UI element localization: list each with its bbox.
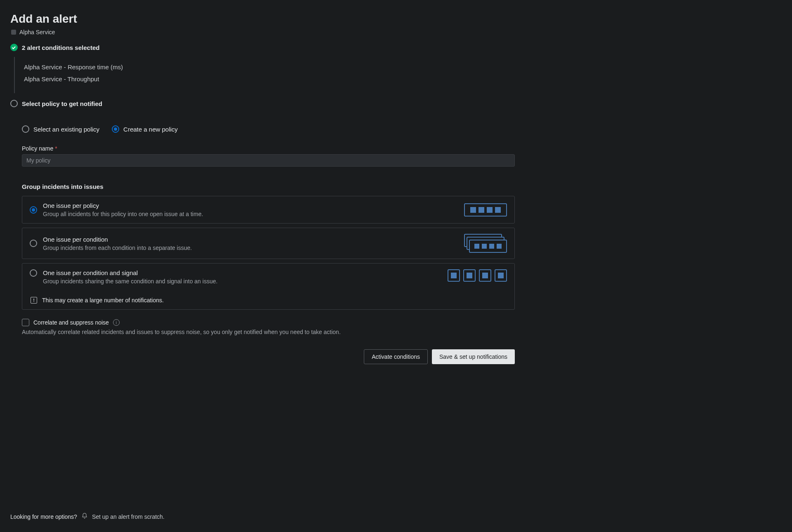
radio-existing-policy[interactable]: Select an existing policy <box>22 125 99 133</box>
step-policy-label: Select policy to get notified <box>22 100 102 107</box>
warning-row: ! This may create a large number of noti… <box>30 297 507 304</box>
bell-icon <box>81 513 88 520</box>
option-title: One issue per condition <box>43 236 458 243</box>
activate-conditions-button[interactable]: Activate conditions <box>364 349 428 364</box>
radio-label: Select an existing policy <box>33 126 99 133</box>
breadcrumb: Alpha Service <box>11 29 782 35</box>
correlate-desc: Automatically correlate related incident… <box>22 329 515 335</box>
grouping-option-per-condition[interactable]: One issue per condition Group incidents … <box>22 228 515 259</box>
footer-prompt: Looking for more options? <box>10 513 77 520</box>
radio-label: Create a new policy <box>123 126 178 133</box>
radio-icon <box>30 269 37 277</box>
empty-circle-icon <box>10 100 18 107</box>
correlate-block: Correlate and suppress noise i Automatic… <box>22 319 515 335</box>
step-conditions-label: 2 alert conditions selected <box>22 44 99 51</box>
option-title: One issue per policy <box>43 202 458 209</box>
step-policy[interactable]: Select policy to get notified <box>10 100 782 107</box>
single-issue-icon <box>464 203 507 217</box>
footer: Looking for more options? Set up an aler… <box>10 513 165 520</box>
page-title: Add an alert <box>10 12 782 26</box>
radio-icon <box>22 125 29 133</box>
radio-icon <box>30 240 37 247</box>
policy-name-input[interactable] <box>22 154 515 167</box>
stacked-issues-icon <box>464 234 507 253</box>
option-desc: Group incidents sharing the same conditi… <box>43 278 442 285</box>
conditions-list: Alpha Service - Response time (ms) Alpha… <box>14 57 782 93</box>
grouping-option-per-policy[interactable]: One issue per policy Group all incidents… <box>22 196 515 224</box>
grouping-option-per-signal[interactable]: One issue per condition and signal Group… <box>22 263 515 310</box>
save-notifications-button[interactable]: Save & set up notifications <box>432 349 515 364</box>
policy-mode-radios: Select an existing policy Create a new p… <box>22 125 782 133</box>
warning-icon: ! <box>31 297 37 304</box>
option-title: One issue per condition and signal <box>43 269 442 276</box>
separate-issues-icon <box>448 269 507 282</box>
policy-name-label: Policy name* <box>22 145 782 152</box>
option-desc: Group incidents from each condition into… <box>43 245 458 251</box>
correlate-label: Correlate and suppress noise <box>33 319 109 326</box>
correlate-checkbox[interactable] <box>22 319 29 326</box>
step-conditions[interactable]: 2 alert conditions selected <box>10 44 782 51</box>
option-desc: Group all incidents for this policy into… <box>43 211 458 217</box>
button-row: Activate conditions Save & set up notifi… <box>22 349 515 364</box>
condition-item: Alpha Service - Response time (ms) <box>24 61 782 73</box>
radio-icon <box>112 125 119 133</box>
service-square-icon <box>11 30 16 35</box>
radio-icon <box>30 206 37 214</box>
warning-text: This may create a large number of notifi… <box>42 297 164 304</box>
service-name: Alpha Service <box>19 29 55 35</box>
info-icon[interactable]: i <box>113 319 120 326</box>
grouping-heading: Group incidents into issues <box>22 183 782 190</box>
setup-alert-link[interactable]: Set up an alert from scratch. <box>92 513 165 520</box>
condition-item: Alpha Service - Throughput <box>24 73 782 85</box>
radio-create-policy[interactable]: Create a new policy <box>112 125 178 133</box>
check-circle-icon <box>10 44 18 51</box>
